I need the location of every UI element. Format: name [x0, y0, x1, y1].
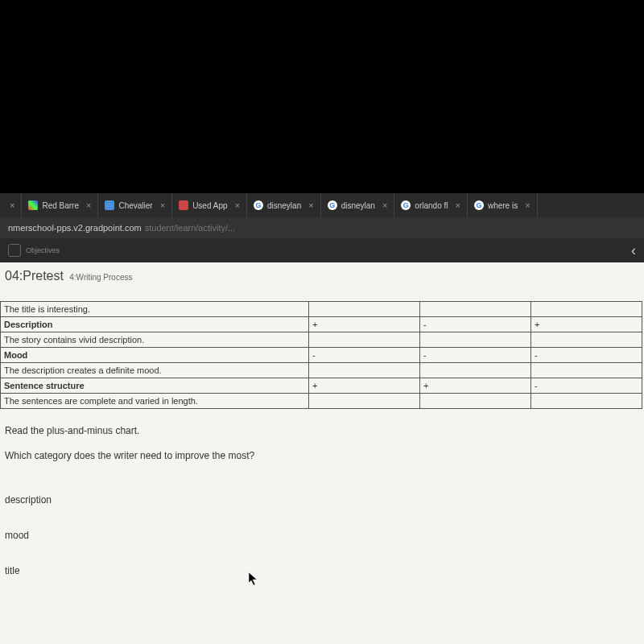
close-icon[interactable]: ×: [382, 200, 387, 210]
google-icon: G: [474, 200, 484, 210]
url-bar[interactable]: nmerschool-pps.v2.gradpoint.com student/…: [0, 217, 644, 238]
question-line2: Which category does the writer need to i…: [5, 448, 639, 464]
close-icon[interactable]: ×: [160, 200, 165, 210]
criteria-text: The title is interesting.: [1, 302, 309, 317]
score-cell: +: [308, 378, 419, 394]
table-row: Description + - +: [1, 317, 642, 332]
tab-icon: [28, 200, 38, 210]
toolbar-label: Objectives: [26, 246, 60, 254]
close-icon[interactable]: ×: [86, 200, 91, 210]
tab-icon: [179, 200, 188, 210]
tab-red-barrel[interactable]: Red Barre ×: [22, 193, 98, 217]
tab-label: disneylan: [267, 201, 301, 210]
table-row: The description creates a definite mood.: [1, 363, 642, 378]
tab-label: Chevalier: [118, 201, 152, 210]
page-toolbar: Objectives ‹: [0, 238, 644, 262]
close-icon[interactable]: ×: [308, 200, 313, 210]
page-title: 04:Pretest: [5, 269, 64, 283]
table-row: The title is interesting.: [1, 302, 642, 317]
content-area: 04:Pretest 4:Writing Process The title i…: [0, 262, 644, 644]
score-cell: -: [419, 348, 530, 363]
option-title[interactable]: title: [5, 565, 639, 576]
tab-label: Used App: [192, 201, 227, 210]
score-cell: -: [308, 348, 419, 363]
option-mood[interactable]: mood: [5, 530, 639, 541]
score-cell: -: [530, 378, 642, 394]
table-row: The sentences are complete and varied in…: [1, 394, 642, 409]
home-icon[interactable]: [8, 244, 21, 257]
category-label: Mood: [1, 348, 309, 363]
score-cell: +: [419, 378, 530, 394]
page-header: 04:Pretest 4:Writing Process: [0, 269, 644, 291]
table-row: The story contains vivid description.: [1, 332, 642, 348]
question-block: Read the plus-and-minus chart. Which cat…: [0, 409, 644, 478]
close-icon[interactable]: ×: [235, 200, 240, 210]
question-line1: Read the plus-and-minus chart.: [5, 423, 639, 439]
category-label: Description: [1, 317, 309, 332]
tab-used-app[interactable]: Used App ×: [172, 193, 247, 217]
tab-label: Red Barre: [42, 201, 79, 210]
google-icon: G: [254, 200, 263, 210]
criteria-text: The description creates a definite mood.: [1, 363, 309, 378]
tab-orlando[interactable]: G orlando fl ×: [394, 193, 468, 217]
tab-label: where is: [488, 201, 518, 210]
tab-disneyland-2[interactable]: G disneylan ×: [321, 193, 395, 217]
browser-chrome: × Red Barre × Chevalier × Used App × G d…: [0, 193, 644, 262]
tab-disneyland-1[interactable]: G disneylan ×: [247, 193, 321, 217]
criteria-text: The story contains vivid description.: [1, 332, 309, 348]
option-description[interactable]: description: [5, 494, 639, 506]
url-rest: student/learn/activity/...: [145, 223, 236, 233]
score-cell: +: [308, 317, 419, 332]
url-main: nmerschool-pps.v2.gradpoint.com: [8, 223, 142, 233]
answer-options: description mood title: [0, 478, 644, 576]
criteria-text: The sentences are complete and varied in…: [1, 394, 309, 409]
close-icon[interactable]: ×: [10, 200, 14, 210]
tab-chevalier[interactable]: Chevalier ×: [98, 193, 172, 217]
tab-icon: [105, 200, 114, 210]
chevron-left-icon[interactable]: ‹: [631, 242, 636, 259]
tab-label: disneylan: [341, 201, 375, 210]
tabs-bar: × Red Barre × Chevalier × Used App × G d…: [0, 193, 644, 217]
tab-where-is[interactable]: G where is ×: [468, 193, 538, 217]
google-icon: G: [328, 200, 337, 210]
rubric-table: The title is interesting. Description + …: [0, 301, 642, 409]
close-icon[interactable]: ×: [456, 200, 460, 210]
score-cell: -: [530, 348, 642, 363]
google-icon: G: [401, 200, 411, 210]
tab[interactable]: ×: [0, 193, 22, 217]
black-region: [0, 0, 644, 193]
page-subtitle: 4:Writing Process: [69, 273, 132, 282]
score-cell: -: [419, 317, 530, 332]
category-label: Sentence structure: [1, 378, 309, 394]
table-row: Mood - - -: [1, 348, 642, 363]
tab-label: orlando fl: [415, 201, 448, 210]
score-cell: +: [530, 317, 642, 332]
close-icon[interactable]: ×: [525, 200, 530, 210]
table-row: Sentence structure + + -: [1, 378, 642, 394]
